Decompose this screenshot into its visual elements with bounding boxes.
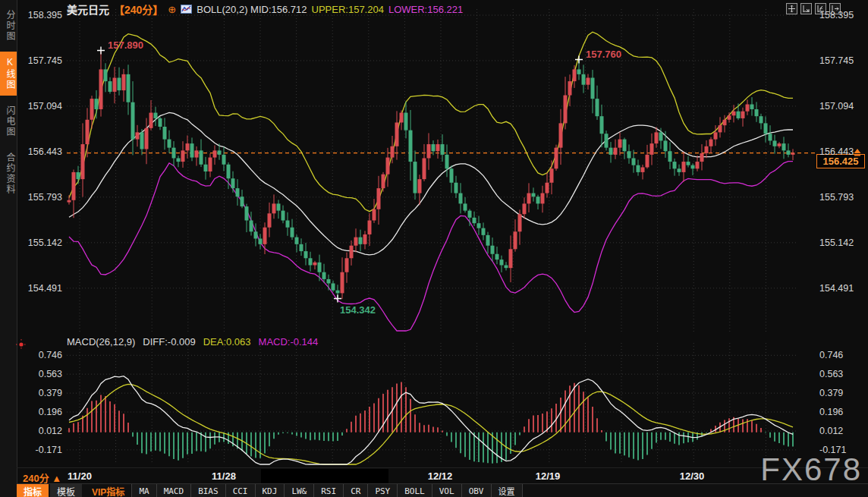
date-axis-label: 12/12 (428, 470, 453, 482)
price-axis-label: 156.443 (18, 146, 62, 157)
chart-header: 美元日元 【240分】 ⊕ BOLL(20,2) MID:156.712 UPP… (67, 2, 463, 16)
toolbar-tab-vol[interactable]: VOL (432, 484, 461, 497)
price-axis-label: 157.094 (18, 101, 62, 112)
price-axis-label: 157.745 (819, 55, 865, 66)
price-axis-label: 158.395 (819, 10, 865, 20)
macd-axis-label: 0.196 (18, 407, 62, 417)
price-axis-label: 157.094 (819, 101, 865, 112)
price-axis-label: 155.793 (819, 192, 865, 203)
macd-hist-label: MACD:-0.144 (259, 336, 319, 348)
date-axis-label: 12/19 (536, 470, 561, 482)
chart-canvas[interactable] (0, 0, 868, 467)
sidebar-item-kline-chart[interactable]: K线图 (0, 52, 17, 96)
macd-axis-label: 0.563 (18, 369, 62, 379)
macd-dea-label: DEA:0.063 (203, 336, 251, 348)
boll-indicator-label: BOLL(20,2) MID:156.712 (197, 4, 307, 15)
pan-icon[interactable] (786, 3, 797, 14)
toolbar-tab-kdj[interactable]: KDJ (255, 484, 285, 497)
symbol-settings-icon[interactable]: ⊕ (168, 5, 176, 14)
toolbar-tab-bias[interactable]: BIAS (190, 484, 225, 497)
watermark: FX678 (760, 451, 862, 488)
macd-axis-label: 0.746 (819, 350, 865, 360)
boll-lower-label: LOWER:156.221 (388, 4, 463, 15)
swing-high-annotation: 157.760 (586, 49, 621, 60)
boll-upper-label: UPPER:157.204 (312, 4, 384, 15)
swing-low-annotation: 154.342 (340, 304, 376, 316)
price-axis-label: 155.142 (819, 237, 865, 248)
toolbar-tab-ma[interactable]: MA (131, 484, 156, 497)
date-axis-label: 11/20 (68, 470, 92, 482)
toolbar-tab-cci[interactable]: CCI (225, 484, 255, 497)
date-axis-label: 12/30 (680, 470, 705, 482)
price-axis-label: 158.395 (18, 10, 62, 20)
swing-high-annotation: 157.890 (108, 39, 143, 51)
sidebar-item-time-chart[interactable]: 分时图 (0, 5, 17, 47)
price-axis-label: 156.443 (819, 146, 865, 157)
macd-header: MACD(26,12,9) DIFF:-0.009 DEA:0.063 MACD… (67, 336, 318, 348)
macd-axis-label: 0.196 (819, 407, 865, 417)
toolbar-tab-psy[interactable]: PSY (367, 484, 397, 497)
toolbar-tab-macd[interactable]: MACD (156, 484, 191, 497)
trading-app-window: 分时图 K线图 闪电图 合约资料 美元日元 【240分】 ⊕ BOLL(20,2… (0, 0, 868, 497)
chart-type-sidebar: 分时图 K线图 闪电图 合约资料 (0, 0, 17, 497)
sidebar-item-flash-chart[interactable]: 闪电图 (0, 100, 17, 143)
redacted-label-cover (261, 469, 388, 483)
price-axis-label: 154.491 (18, 283, 62, 294)
toolbar-tab-模板[interactable]: 模板 (50, 484, 82, 497)
toolbar-tab-obv[interactable]: OBV (461, 484, 491, 497)
toolbar-tab-设置[interactable]: 设置 (491, 484, 523, 497)
price-axis-label: 154.491 (819, 283, 865, 294)
toolbar-tab-lw[interactable]: LW& (284, 484, 313, 497)
price-axis-label: 157.745 (18, 55, 62, 66)
price-axis-label: 155.793 (18, 192, 62, 203)
sidebar-item-contract-info[interactable]: 合约资料 (0, 147, 17, 200)
toolbar-tab-rsi[interactable]: RSI (313, 484, 343, 497)
interval-label: 【240分】 (114, 2, 163, 17)
price-axis-label: 155.142 (18, 237, 62, 248)
time-axis: 240分 ▲ 11/2011/2812/1212/1912/30 (17, 467, 868, 484)
macd-axis-label: 0.379 (819, 388, 865, 398)
macd-name-label: MACD(26,12,9) (67, 336, 135, 348)
toolbar-tab-vip指标[interactable]: VIP指标 (85, 484, 131, 497)
toolbar-tab-cr[interactable]: CR (343, 484, 367, 497)
indicator-toolbar: 指标模板VIP指标MAMACDBIASCCIKDJLW&RSICRPSYBOLL… (17, 483, 868, 497)
macd-axis-label: 0.379 (18, 388, 62, 398)
toolbar-tab-boll[interactable]: BOLL (397, 484, 432, 497)
macd-axis-label: 0.563 (819, 369, 865, 379)
macd-diff-label: DIFF:-0.009 (143, 336, 195, 348)
macd-axis-label: -0.171 (18, 445, 62, 455)
macd-axis-label: 0.012 (819, 426, 865, 436)
zoom-x-axis-icon[interactable] (800, 3, 812, 14)
symbol-name: 美元日元 (67, 2, 109, 17)
toolbar-tab-指标[interactable]: 指标 (17, 484, 49, 497)
macd-axis-label: 0.746 (18, 350, 62, 360)
date-axis-label: 11/28 (212, 470, 236, 482)
chart-thumbnail-icon[interactable] (181, 5, 192, 14)
macd-axis-label: 0.012 (18, 426, 62, 436)
